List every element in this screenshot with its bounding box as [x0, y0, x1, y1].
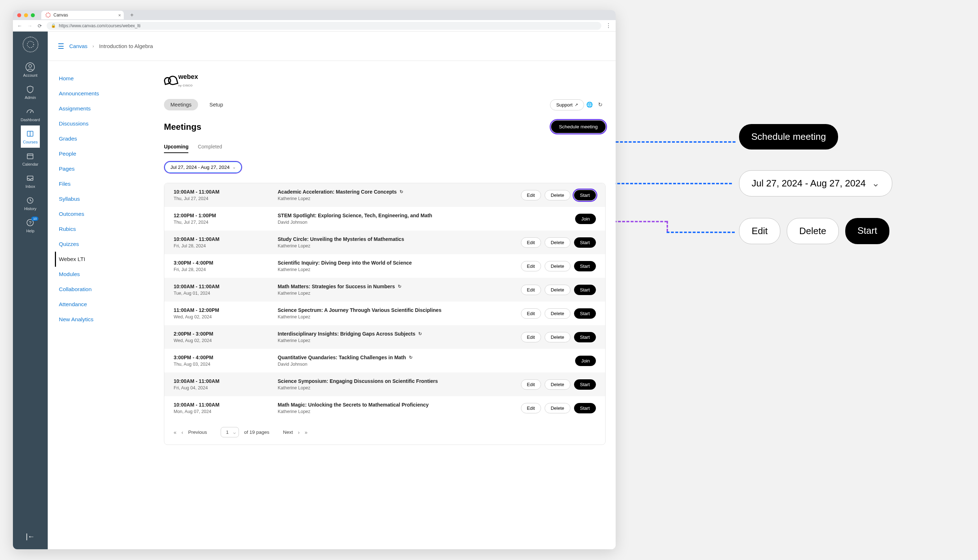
delete-button[interactable]: Delete	[545, 237, 570, 248]
start-button[interactable]: Start	[574, 285, 596, 295]
start-button[interactable]: Start	[574, 308, 596, 319]
address-bar[interactable]: 🔒 https://www.canvas.com/courses/webex_l…	[47, 22, 601, 30]
course-nav-assignments[interactable]: Assignments	[55, 101, 152, 116]
subtab-upcoming[interactable]: Upcoming	[164, 144, 188, 153]
start-button[interactable]: Start	[574, 379, 596, 390]
meeting-host: Katherine Lopez	[278, 196, 521, 201]
webex-title-row: Meetings Schedule meeting	[164, 120, 605, 133]
page-select[interactable]: 1	[221, 427, 239, 437]
meeting-time-col: 10:00AM - 11:00AMFri, Aug 04, 2024	[174, 378, 278, 390]
account-icon	[25, 62, 35, 72]
forward-icon[interactable]: →	[27, 23, 33, 29]
course-nav-home[interactable]: Home	[55, 71, 152, 86]
rail-item-history[interactable]: History	[21, 192, 40, 214]
breadcrumb: ☰ Canvas › Introduction to Algebra	[48, 32, 616, 61]
rail-item-admin[interactable]: Admin	[21, 81, 40, 103]
rail-item-calendar[interactable]: Calendar	[21, 148, 40, 170]
maximize-window-icon[interactable]	[31, 13, 35, 17]
delete-button[interactable]: Delete	[545, 379, 570, 390]
sync-icon[interactable]: ↻	[595, 99, 605, 110]
edit-button[interactable]: Edit	[521, 190, 541, 200]
course-nav-new-analytics[interactable]: New Analytics	[55, 312, 152, 327]
pagination: «‹Previous1of 19 pagesNext›»	[164, 420, 605, 445]
delete-button[interactable]: Delete	[545, 285, 570, 295]
start-button[interactable]: Start	[574, 332, 596, 342]
browser-menu-icon[interactable]: ⋮	[605, 22, 612, 29]
delete-button[interactable]: Delete	[545, 261, 570, 272]
course-nav-announcements[interactable]: Announcements	[55, 86, 152, 101]
course-nav-grades[interactable]: Grades	[55, 131, 152, 146]
page-title: Meetings	[164, 122, 201, 132]
subtab-completed[interactable]: Completed	[198, 144, 222, 153]
last-page-icon[interactable]: »	[304, 430, 308, 435]
start-button[interactable]: Start	[574, 237, 596, 248]
previous-label[interactable]: Previous	[188, 430, 207, 435]
course-nav-webex-lti[interactable]: Webex LTI	[55, 252, 152, 267]
edit-button[interactable]: Edit	[521, 285, 541, 295]
meeting-actions: EditDeleteStart	[521, 379, 596, 390]
edit-button[interactable]: Edit	[521, 237, 541, 248]
tab-meetings[interactable]: Meetings	[164, 99, 198, 110]
date-range-picker[interactable]: Jul 27, 2024 - Aug 27, 2024 ⌄	[164, 161, 242, 173]
edit-button[interactable]: Edit	[521, 379, 541, 390]
breadcrumb-course: Introduction to Algebra	[99, 43, 153, 49]
start-button[interactable]: Start	[574, 190, 596, 200]
course-nav-modules[interactable]: Modules	[55, 267, 152, 282]
course-nav-attendance[interactable]: Attendance	[55, 297, 152, 312]
first-page-icon[interactable]: «	[174, 430, 177, 435]
back-icon[interactable]: ←	[17, 23, 23, 29]
support-button[interactable]: Support ↗	[550, 99, 584, 110]
schedule-meeting-button[interactable]: Schedule meeting	[551, 120, 605, 133]
next-label[interactable]: Next	[283, 430, 293, 435]
rail-item-dashboard[interactable]: Dashboard	[21, 103, 40, 125]
meeting-title: Quantitative Quandaries: Tackling Challe…	[278, 355, 575, 360]
meeting-title-col: Science Symposium: Engaging Discussions …	[278, 378, 521, 390]
join-button[interactable]: Join	[575, 356, 596, 366]
canvas-logo[interactable]	[23, 37, 38, 52]
rail-item-courses[interactable]: Courses	[21, 125, 40, 148]
course-nav-outcomes[interactable]: Outcomes	[55, 207, 152, 222]
course-nav-pages[interactable]: Pages	[55, 161, 152, 177]
rail-item-inbox[interactable]: Inbox	[21, 170, 40, 192]
breadcrumb-root[interactable]: Canvas	[69, 43, 87, 49]
new-tab-button[interactable]: +	[127, 12, 137, 18]
connector-start-b	[667, 232, 735, 233]
prev-page-icon[interactable]: ‹	[182, 430, 183, 435]
edit-button[interactable]: Edit	[521, 261, 541, 272]
course-nav-files[interactable]: Files	[55, 177, 152, 192]
window-controls[interactable]	[17, 13, 35, 17]
start-button[interactable]: Start	[574, 403, 596, 413]
course-menu-icon[interactable]: ☰	[58, 42, 64, 50]
close-tab-icon[interactable]: ×	[118, 13, 121, 18]
delete-button[interactable]: Delete	[545, 308, 570, 319]
course-nav-quizzes[interactable]: Quizzes	[55, 237, 152, 252]
minimize-window-icon[interactable]	[24, 13, 28, 17]
join-button[interactable]: Join	[575, 214, 596, 224]
delete-button[interactable]: Delete	[545, 190, 570, 200]
course-nav-rubics[interactable]: Rubics	[55, 222, 152, 237]
delete-button[interactable]: Delete	[545, 332, 570, 342]
rail-item-help[interactable]: ?10Help	[21, 214, 40, 237]
course-nav-discussions[interactable]: Discussions	[55, 116, 152, 131]
badge-count: 10	[31, 217, 38, 221]
collapse-nav-icon[interactable]: |←	[26, 532, 35, 541]
meeting-actions: EditDeleteStart	[521, 285, 596, 295]
close-window-icon[interactable]	[17, 13, 21, 17]
reload-icon[interactable]: ⟳	[37, 23, 43, 29]
tab-setup[interactable]: Setup	[203, 99, 230, 110]
meeting-title-col: Academic Acceleration: Mastering Core Co…	[278, 189, 521, 201]
rail-item-account[interactable]: Account	[21, 59, 40, 81]
course-nav-syllabus[interactable]: Syllabus	[55, 192, 152, 207]
next-page-icon[interactable]: ›	[298, 430, 300, 435]
edit-button[interactable]: Edit	[521, 332, 541, 342]
start-button[interactable]: Start	[574, 261, 596, 272]
meeting-host: Katherine Lopez	[278, 314, 521, 320]
edit-button[interactable]: Edit	[521, 403, 541, 413]
browser-tab[interactable]: Canvas ×	[41, 11, 124, 19]
globe-icon[interactable]: 🌐	[584, 99, 595, 110]
meeting-host: Katherine Lopez	[278, 385, 521, 390]
course-nav-people[interactable]: People	[55, 146, 152, 161]
course-nav-collaboration[interactable]: Collaboration	[55, 282, 152, 297]
edit-button[interactable]: Edit	[521, 308, 541, 319]
delete-button[interactable]: Delete	[545, 403, 570, 413]
